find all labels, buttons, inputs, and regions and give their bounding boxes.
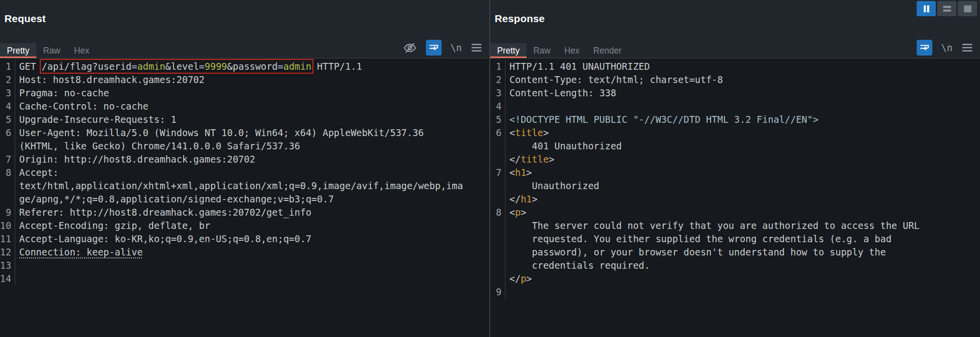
line-number: 7	[490, 166, 505, 179]
code-text: The server could not verify that you are…	[505, 219, 920, 232]
tab-raw[interactable]: Raw	[36, 43, 67, 58]
line-number: 13	[0, 259, 15, 272]
code-line: 8Accept:	[0, 166, 489, 179]
lines-button[interactable]	[937, 1, 956, 16]
code-line: ge/apng,*/*;q=0.8,application/signed-exc…	[0, 193, 489, 206]
code-line: 7Origin: http://host8.dreamhack.games:20…	[0, 153, 489, 166]
code-line: 5<!DOCTYPE HTML PUBLIC "-//W3C//DTD HTML…	[490, 113, 980, 126]
window-controls	[917, 1, 977, 16]
line-number: 1	[0, 60, 15, 73]
code-line: 11Accept-Language: ko-KR,ko;q=0.9,en-US;…	[0, 232, 489, 246]
code-line: 9	[490, 285, 980, 299]
code-text: Host: host8.dreamhack.games:20702	[15, 73, 205, 86]
line-number: 9	[490, 285, 505, 299]
response-tabbar: PrettyRawHexRender	[490, 43, 980, 58]
code-text: Connection: keep-alive	[15, 246, 143, 259]
code-text: </p>	[505, 272, 532, 285]
line-number	[490, 179, 505, 193]
code-text: HTTP/1.1 401 UNAUTHORIZED	[505, 60, 650, 73]
code-line: 4Cache-Control: no-cache	[0, 100, 489, 113]
line-number: 3	[490, 86, 505, 100]
code-text: <h1>	[505, 166, 532, 179]
code-line: 5Upgrade-Insecure-Requests: 1	[0, 113, 489, 126]
square-button[interactable]	[958, 1, 977, 16]
code-text: Upgrade-Insecure-Requests: 1	[15, 113, 176, 126]
code-line: </h1>	[490, 193, 980, 206]
code-line: 12Connection: keep-alive	[0, 246, 489, 259]
word-wrap-toggle-icon[interactable]	[426, 40, 442, 56]
line-number	[490, 246, 505, 259]
code-line: 401 Unauthorized	[490, 140, 980, 153]
code-line: 9Referer: http://host8.dreamhack.games:2…	[0, 206, 489, 219]
code-line: text/html,application/xhtml+xml,applicat…	[0, 179, 489, 193]
word-wrap-toggle-icon[interactable]	[917, 40, 932, 56]
line-number	[490, 272, 505, 285]
code-line: 3Pragma: no-cache	[0, 86, 489, 100]
code-line: 2Host: host8.dreamhack.games:20702	[0, 73, 489, 86]
line-number: 14	[0, 272, 15, 285]
menu-icon[interactable]	[961, 43, 973, 53]
line-number: 8	[490, 206, 505, 219]
code-text: 401 Unauthorized	[505, 140, 622, 153]
line-number: 4	[0, 100, 15, 113]
line-number: 4	[490, 100, 505, 113]
code-text	[15, 272, 19, 285]
code-text: Content-Type: text/html; charset=utf-8	[505, 73, 723, 86]
code-text: GET /api/flag?userid=admin&level=9999&pa…	[15, 60, 362, 73]
code-text: ge/apng,*/*;q=0.8,application/signed-exc…	[15, 193, 334, 206]
response-header: Response PrettyRawHexRender \n	[490, 0, 980, 58]
code-line: credentials required.	[490, 259, 980, 272]
code-line: The server could not verify that you are…	[490, 219, 980, 232]
pause-button[interactable]	[917, 1, 936, 16]
response-panel-title: Response	[490, 0, 980, 25]
tab-hex[interactable]: Hex	[67, 43, 96, 58]
tab-render[interactable]: Render	[587, 43, 628, 58]
code-line: 3Content-Length: 338	[490, 86, 980, 100]
hide-eye-icon[interactable]	[403, 42, 417, 54]
code-text	[505, 285, 509, 299]
code-line: 4	[490, 100, 980, 113]
code-text: Accept-Language: ko-KR,ko;q=0.9,en-US;q=…	[15, 232, 311, 246]
response-editor[interactable]: 1HTTP/1.1 401 UNAUTHORIZED2Content-Type:…	[490, 58, 980, 337]
code-line: 6<title>	[490, 126, 980, 140]
request-editor[interactable]: 1GET /api/flag?userid=admin&level=9999&p…	[0, 58, 489, 337]
code-line: (KHTML, like Gecko) Chrome/141.0.0.0 Saf…	[0, 140, 489, 153]
tab-raw[interactable]: Raw	[527, 43, 558, 58]
tab-pretty[interactable]: Pretty	[0, 43, 36, 58]
code-line: password), or your browser doesn't under…	[490, 246, 980, 259]
tab-pretty[interactable]: Pretty	[490, 43, 527, 58]
code-text: password), or your browser doesn't under…	[505, 246, 886, 259]
menu-icon[interactable]	[471, 43, 482, 53]
code-text: Accept:	[15, 166, 58, 179]
newline-visibility-icon[interactable]: \n	[941, 42, 952, 53]
line-number: 5	[0, 113, 15, 126]
line-number: 6	[490, 126, 505, 140]
code-text: Accept-Encoding: gzip, deflate, br	[15, 219, 210, 232]
line-number: 7	[0, 153, 15, 166]
line-number: 11	[0, 232, 15, 246]
code-text: Content-Length: 338	[505, 86, 616, 100]
code-text: <title>	[505, 126, 549, 140]
code-line: 1HTTP/1.1 401 UNAUTHORIZED	[490, 60, 980, 73]
code-text: <!DOCTYPE HTML PUBLIC "-//W3C//DTD HTML …	[505, 113, 818, 126]
code-line: 2Content-Type: text/html; charset=utf-8	[490, 73, 980, 86]
line-number: 2	[490, 73, 505, 86]
code-text: requested. You either supplied the wrong…	[505, 232, 892, 246]
line-number: 12	[0, 246, 15, 259]
newline-visibility-icon[interactable]: \n	[450, 42, 462, 53]
line-number: 1	[490, 60, 505, 73]
code-text: text/html,application/xhtml+xml,applicat…	[15, 179, 463, 193]
code-line: 1GET /api/flag?userid=admin&level=9999&p…	[0, 60, 489, 73]
code-text: <p>	[505, 206, 526, 219]
code-text: </title>	[505, 153, 555, 166]
line-number	[490, 140, 505, 153]
line-number	[490, 232, 505, 246]
code-line: requested. You either supplied the wrong…	[490, 232, 980, 246]
line-number	[490, 219, 505, 232]
code-text: </h1>	[505, 193, 537, 206]
http-message-editor: Request PrettyRawHex	[0, 0, 980, 337]
code-line: 13	[0, 259, 489, 272]
request-header: Request PrettyRawHex	[0, 0, 489, 58]
code-text	[15, 259, 19, 272]
tab-hex[interactable]: Hex	[558, 43, 587, 58]
